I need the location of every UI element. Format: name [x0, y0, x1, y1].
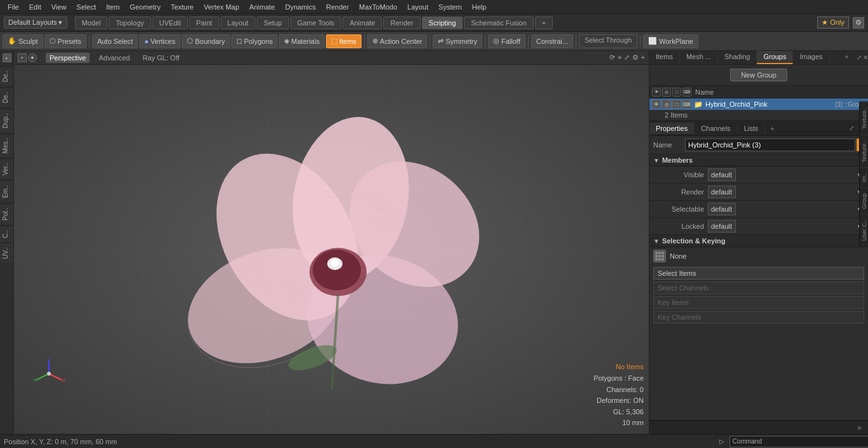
- menu-edit[interactable]: Edit: [24, 2, 46, 12]
- sidebar-item-c[interactable]: C..: [0, 226, 13, 242]
- viewport-ray-gl[interactable]: Ray GL: Off: [139, 53, 183, 63]
- props-expand-icon[interactable]: ⤢: [846, 123, 857, 133]
- items-button[interactable]: ⬚ Items: [326, 34, 362, 48]
- panel-bottom-expand[interactable]: »: [853, 423, 865, 432]
- auto-select-button[interactable]: Auto Select: [92, 34, 138, 48]
- viewport-rotate-icon[interactable]: ⟳: [609, 53, 615, 62]
- select-through-button[interactable]: Select Through: [579, 34, 637, 48]
- sidebar-item-ver[interactable]: Ver..: [0, 158, 13, 179]
- sidebar-item-de1[interactable]: De..: [0, 66, 13, 86]
- col-key-icon[interactable]: ⌨: [682, 88, 691, 97]
- sidebar-item-em[interactable]: Em..: [0, 180, 13, 202]
- sidebar-item-uv[interactable]: UV..: [0, 243, 13, 263]
- visible-select[interactable]: default: [708, 168, 736, 181]
- menu-animate[interactable]: Animate: [244, 2, 280, 12]
- menu-file[interactable]: File: [3, 2, 24, 12]
- group-key-icon[interactable]: ⌨: [682, 100, 691, 109]
- group-eye-icon[interactable]: 👁: [652, 100, 661, 109]
- locked-select[interactable]: default: [708, 220, 736, 233]
- menu-geometry[interactable]: Geometry: [125, 2, 165, 12]
- props-tab-plus[interactable]: +: [765, 123, 779, 134]
- col-eye-icon[interactable]: 👁: [652, 88, 661, 97]
- sidebar-collapse-icon[interactable]: ▪: [3, 53, 11, 62]
- tab-groups[interactable]: Groups: [757, 51, 793, 64]
- tab-items[interactable]: Items: [649, 51, 680, 64]
- tab-render[interactable]: Render: [383, 17, 420, 29]
- constraints-button[interactable]: Constrai...: [531, 34, 573, 48]
- props-tab-channels[interactable]: Channels: [695, 123, 737, 134]
- tab-setup[interactable]: Setup: [257, 17, 289, 29]
- command-input[interactable]: [764, 438, 868, 445]
- tab-scripting[interactable]: Scripting: [422, 17, 463, 29]
- viewport-zoom-icon[interactable]: ⌖: [618, 53, 621, 62]
- new-group-button[interactable]: New Group: [730, 69, 787, 81]
- render-select[interactable]: default: [708, 186, 736, 198]
- menu-dynamics[interactable]: Dynamics: [280, 2, 321, 12]
- col-lock-icon[interactable]: □: [672, 88, 681, 97]
- viewport-dot[interactable]: ●: [28, 53, 37, 62]
- right-vtab-texture2[interactable]: Texture..: [860, 135, 868, 168]
- symmetry-button[interactable]: ⇌ Symmetry: [433, 34, 482, 48]
- tab-plus[interactable]: +: [535, 17, 553, 29]
- group-render-icon[interactable]: ◎: [662, 100, 671, 109]
- viewport[interactable]: ▪ ● Perspective Advanced Ray GL: Off ⟳ ⌖…: [14, 51, 649, 434]
- menu-item[interactable]: Item: [101, 2, 125, 12]
- presets-button[interactable]: ⬡ Presets: [44, 34, 86, 48]
- viewport-expand-icon[interactable]: ⤢: [624, 53, 630, 62]
- tab-mesh[interactable]: Mesh ...: [680, 51, 718, 64]
- default-layouts-dropdown[interactable]: Default Layouts ▾: [4, 17, 67, 29]
- menu-system[interactable]: System: [433, 2, 467, 12]
- viewport-settings-icon[interactable]: ⚙: [632, 53, 639, 62]
- name-input[interactable]: [685, 139, 855, 151]
- falloff-button[interactable]: ◎ Falloff: [488, 34, 526, 48]
- sidebar-item-dup[interactable]: Dup..: [0, 109, 13, 132]
- key-items-button[interactable]: Key Items: [653, 296, 864, 309]
- expand-left-icon[interactable]: ▷: [719, 438, 724, 445]
- tab-paint[interactable]: Paint: [189, 17, 219, 29]
- selection-keying-header[interactable]: ▼ Selection & Keying: [649, 235, 868, 247]
- props-tab-properties[interactable]: Properties: [649, 123, 695, 134]
- panel-expand-icon[interactable]: ⤢: [857, 54, 862, 61]
- tab-uvedit[interactable]: UVEdit: [153, 17, 188, 29]
- menu-render[interactable]: Render: [321, 2, 354, 12]
- select-channels-button[interactable]: Select Channels: [653, 282, 864, 294]
- action-center-button[interactable]: ⊕ Action Center: [367, 34, 428, 48]
- materials-button[interactable]: ◈ Materials: [279, 34, 325, 48]
- tab-game-tools[interactable]: Game Tools: [290, 17, 342, 29]
- menu-view[interactable]: View: [46, 2, 72, 12]
- right-vtab-texture1[interactable]: Texture..: [860, 102, 868, 135]
- members-section-header[interactable]: ▼ Members: [649, 154, 868, 166]
- menu-help[interactable]: Help: [467, 2, 492, 12]
- tab-topology[interactable]: Topology: [109, 17, 151, 29]
- viewport-mode-perspective[interactable]: Perspective: [46, 53, 90, 63]
- tab-animate[interactable]: Animate: [342, 17, 382, 29]
- menu-vertex-map[interactable]: Vertex Map: [199, 2, 245, 12]
- sidebar-item-de2[interactable]: De..: [0, 87, 13, 107]
- right-vtab-group[interactable]: Group: [860, 187, 868, 214]
- tab-model[interactable]: Model: [75, 17, 108, 29]
- polygons-button[interactable]: ◻ Polygons: [231, 34, 278, 48]
- right-vtab-im[interactable]: Im..: [860, 167, 868, 187]
- sidebar-item-mes[interactable]: Mes..: [0, 133, 13, 157]
- col-render-icon[interactable]: ◎: [662, 88, 671, 97]
- key-channels-button[interactable]: Key Channels: [653, 311, 864, 323]
- props-tab-lists[interactable]: Lists: [738, 123, 766, 134]
- select-items-button[interactable]: Select Items: [653, 267, 864, 280]
- tab-images[interactable]: Images: [793, 51, 829, 64]
- vertices-button[interactable]: ● Vertices: [139, 34, 180, 48]
- panel-close-icon[interactable]: ✕: [863, 54, 868, 61]
- viewport-canvas[interactable]: X Y Z No Items Polygons : Face Channels:…: [14, 65, 649, 434]
- menu-layout[interactable]: Layout: [402, 2, 433, 12]
- sculpt-button[interactable]: ✋ Sculpt: [3, 34, 43, 48]
- tab-add-button[interactable]: +: [840, 51, 854, 64]
- viewport-shading[interactable]: Advanced: [95, 53, 133, 63]
- viewport-plus-icon[interactable]: +: [641, 53, 645, 62]
- tab-layout[interactable]: Layout: [220, 17, 255, 29]
- viewport-icon[interactable]: ▪: [18, 53, 27, 62]
- sidebar-item-pol[interactable]: Pol..: [0, 203, 13, 224]
- workplane-button[interactable]: ⬜ WorkPlane: [643, 34, 698, 48]
- settings-icon[interactable]: ⚙: [853, 17, 864, 29]
- right-vtab-user-c[interactable]: User C..: [860, 214, 868, 246]
- group-item[interactable]: 👁 ◎ □ ⌨ 📁 Hybrid_Orchid_Pink (3) ::Group: [649, 98, 868, 110]
- menu-maxtomodo[interactable]: MaxToModo: [354, 2, 402, 12]
